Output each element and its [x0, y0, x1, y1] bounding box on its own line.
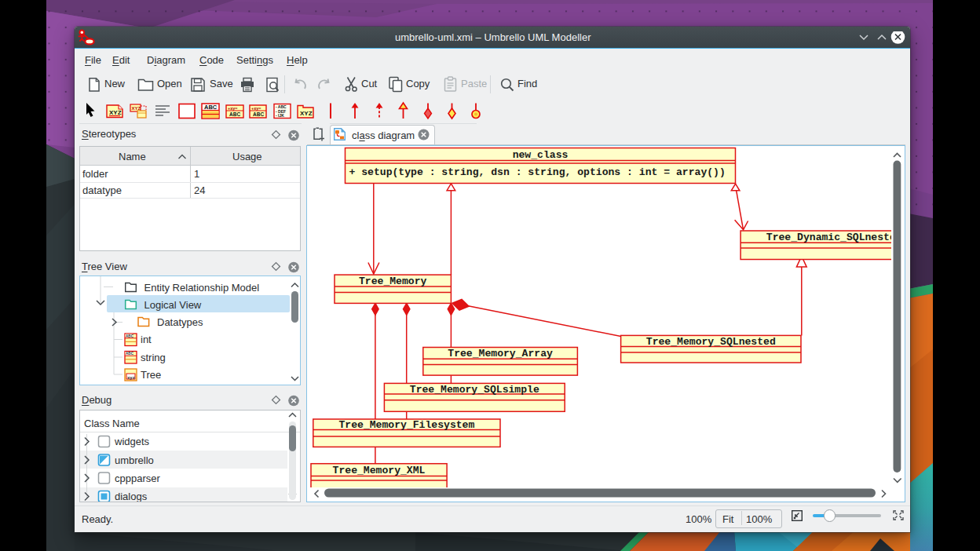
svg-text:Tree_Dynamic_SQLnested: Tree_Dynamic_SQLnested — [766, 231, 891, 243]
svg-text:XYZ: XYZ — [300, 110, 313, 117]
svg-text:ABC: ABC — [253, 111, 264, 117]
svg-text:Tree_Memory_Filesystem: Tree_Memory_Filesystem — [338, 419, 474, 431]
svg-text:Tree_Memory_Array: Tree_Memory_Array — [448, 348, 553, 359]
svg-text:new_class: new_class — [513, 148, 569, 160]
svg-text:ABC: ABC — [126, 352, 134, 356]
svg-text:ABC: ABC — [229, 111, 240, 117]
svg-text:ABC: ABC — [204, 104, 218, 111]
svg-text:+xy=: +xy= — [251, 106, 261, 111]
svg-text:ABC: ABC — [126, 334, 134, 338]
svg-text:+ setup(type : string, dsn : s: + setup(type : string, dsn : string, opt… — [349, 166, 726, 177]
svg-text:XYZ: XYZ — [109, 109, 122, 116]
svg-text:Tree_Memory_SQLsimple: Tree_Memory_SQLsimple — [410, 383, 539, 395]
svg-text:+xy=: +xy= — [228, 106, 238, 111]
svg-text:Tree_Memory_XML: Tree_Memory_XML — [333, 464, 426, 476]
svg-text:XYZ: XYZ — [132, 106, 141, 111]
svg-text:xyz: xyz — [127, 375, 135, 380]
svg-text:- IJK: - IJK — [276, 113, 284, 118]
svg-text:Tree_Memory: Tree_Memory — [359, 275, 427, 286]
svg-text:Tree_Memory_SQLnested: Tree_Memory_SQLnested — [646, 335, 776, 347]
